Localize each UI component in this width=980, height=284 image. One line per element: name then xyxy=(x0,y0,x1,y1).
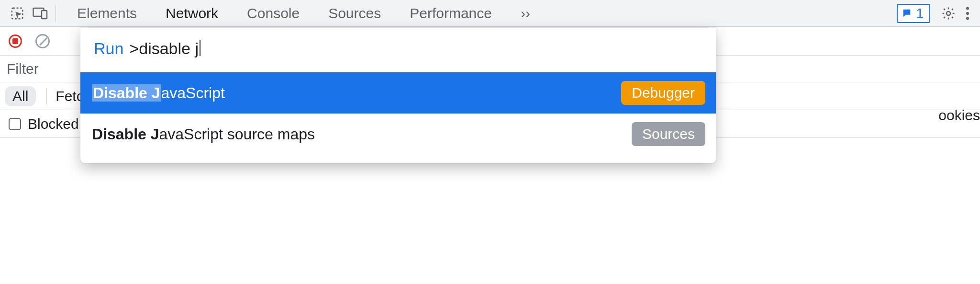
result-badge: Debugger xyxy=(621,81,705,105)
settings-icon[interactable] xyxy=(937,2,960,25)
tab-performance[interactable]: Performance xyxy=(395,0,506,27)
svg-rect-2 xyxy=(42,11,47,19)
command-input-row[interactable]: Run >disable j xyxy=(80,28,716,72)
command-prefix: > xyxy=(129,39,139,57)
devtools-tabbar: Elements Network Console Sources Perform… xyxy=(0,0,980,27)
blocked-checkbox[interactable] xyxy=(9,118,21,130)
svg-point-5 xyxy=(966,11,969,14)
divider xyxy=(56,5,56,22)
blocked-label: Blocked xyxy=(28,116,79,132)
tab-sources[interactable]: Sources xyxy=(314,0,395,27)
issues-chip[interactable]: 1 xyxy=(897,4,930,23)
tab-elements[interactable]: Elements xyxy=(63,0,151,27)
svg-point-3 xyxy=(947,11,950,15)
tabs-overflow[interactable]: ›› xyxy=(506,0,545,27)
run-label: Run xyxy=(94,39,123,58)
issues-icon xyxy=(902,8,912,19)
inspect-element-icon[interactable] xyxy=(6,2,29,25)
command-result-0[interactable]: Disable JavaScript Debugger xyxy=(80,72,716,114)
cookies-label-fragment: ookies xyxy=(938,107,980,124)
svg-point-4 xyxy=(966,7,969,10)
text-caret xyxy=(200,40,200,56)
divider xyxy=(46,88,47,104)
result-title: Disable JavaScript source maps xyxy=(92,125,315,143)
svg-point-6 xyxy=(966,17,969,20)
command-result-1[interactable]: Disable JavaScript source maps Sources xyxy=(80,114,716,155)
command-typed-text: disable j xyxy=(139,39,199,57)
type-all[interactable]: All xyxy=(5,86,36,106)
record-button[interactable] xyxy=(9,34,22,48)
tab-console[interactable]: Console xyxy=(233,0,314,27)
clear-button[interactable] xyxy=(35,34,50,48)
filter-input[interactable]: Filter xyxy=(7,61,39,77)
command-palette: Run >disable j Disable JavaScript Debugg… xyxy=(80,28,716,163)
result-badge: Sources xyxy=(632,122,705,146)
result-title: Disable JavaScript xyxy=(92,84,225,102)
issues-count: 1 xyxy=(916,6,924,21)
device-toolbar-icon[interactable] xyxy=(29,2,52,25)
tab-network[interactable]: Network xyxy=(151,0,233,27)
kebab-menu-icon[interactable] xyxy=(960,2,975,25)
